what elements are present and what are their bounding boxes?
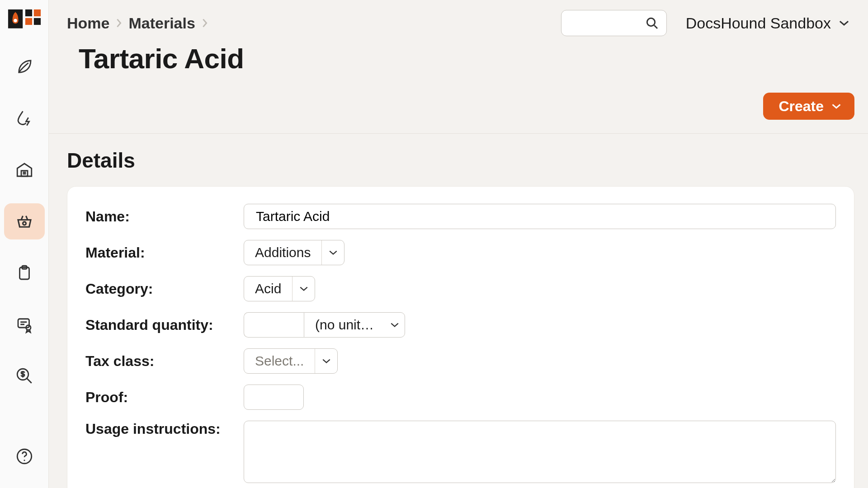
label-proof: Proof: [85, 389, 244, 406]
nav-drop-bolt-icon[interactable] [4, 100, 45, 136]
svg-rect-10 [18, 319, 29, 328]
nav-leaf-icon[interactable] [4, 49, 45, 85]
nav-clipboard-icon[interactable] [4, 255, 45, 291]
standard-quantity-unit-value: (no unit… [304, 313, 385, 337]
search-input[interactable] [561, 10, 667, 36]
chevron-down-icon [831, 101, 842, 112]
standard-quantity-unit-select[interactable]: (no unit… [304, 312, 405, 338]
nav-basket-icon[interactable] [4, 203, 45, 239]
category-select-value: Acid [244, 277, 292, 301]
label-material: Material: [85, 244, 244, 261]
breadcrumb-materials[interactable]: Materials [128, 14, 195, 32]
topbar: Home Materials DocsHound Sandbox [49, 0, 868, 75]
svg-point-1 [14, 19, 17, 23]
material-select[interactable]: Additions [244, 240, 344, 265]
org-name: DocsHound Sandbox [686, 14, 831, 32]
proof-input[interactable] [244, 385, 304, 410]
label-standard-quantity: Standard quantity: [85, 317, 244, 333]
breadcrumb: Home Materials [67, 14, 210, 32]
tax-class-select-value: Select... [244, 349, 315, 373]
label-usage-instructions: Usage instructions: [85, 421, 244, 437]
nav-certificate-icon[interactable] [4, 306, 45, 343]
create-button-label: Create [778, 98, 824, 115]
material-select-value: Additions [244, 240, 321, 265]
nav-help-icon[interactable] [4, 438, 45, 474]
svg-point-14 [24, 460, 25, 461]
page-title: Tartaric Acid [79, 42, 850, 75]
details-card: Name: Material: Additions Category: Acid [67, 186, 854, 488]
usage-instructions-textarea[interactable] [244, 421, 836, 483]
svg-point-15 [647, 18, 655, 26]
svg-rect-5 [33, 18, 40, 25]
search-icon [645, 16, 659, 30]
tax-class-select[interactable]: Select... [244, 348, 338, 374]
category-select[interactable]: Acid [244, 276, 315, 301]
chevron-right-icon [115, 18, 123, 28]
svg-rect-4 [25, 18, 32, 25]
name-input[interactable] [244, 204, 836, 229]
chevron-down-icon [292, 277, 315, 301]
standard-quantity-input[interactable] [244, 312, 304, 338]
label-name: Name: [85, 208, 244, 225]
breadcrumb-home[interactable]: Home [67, 14, 109, 32]
chevron-down-icon [321, 240, 344, 265]
svg-rect-2 [25, 9, 32, 16]
svg-point-7 [23, 222, 26, 225]
section-title-details: Details [49, 134, 868, 186]
chevron-down-icon [838, 17, 850, 29]
chevron-down-icon [315, 349, 337, 373]
nav-dollar-search-icon[interactable] [4, 358, 45, 394]
main-content: Home Materials DocsHound Sandbox [49, 0, 868, 488]
svg-rect-3 [33, 9, 40, 16]
label-tax-class: Tax class: [85, 353, 244, 370]
create-button[interactable]: Create [763, 93, 854, 120]
org-switcher[interactable]: DocsHound Sandbox [686, 14, 850, 32]
sidebar [0, 0, 49, 488]
chevron-down-icon [385, 313, 405, 337]
chevron-right-icon [201, 18, 209, 28]
app-logo[interactable] [7, 8, 42, 30]
label-category: Category: [85, 281, 244, 297]
nav-warehouse-icon[interactable] [4, 152, 45, 188]
